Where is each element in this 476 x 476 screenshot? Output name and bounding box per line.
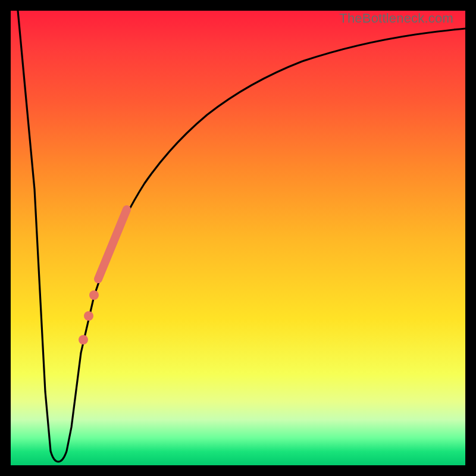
highlight-dot xyxy=(89,290,99,300)
highlight-segment xyxy=(98,209,127,279)
highlight-dot xyxy=(79,335,88,345)
plot-area: TheBottleneck.com xyxy=(11,11,465,465)
highlight-dot xyxy=(84,311,93,321)
chart-frame: TheBottleneck.com xyxy=(0,0,476,476)
bottleneck-curve xyxy=(18,11,465,462)
chart-svg xyxy=(11,11,465,465)
